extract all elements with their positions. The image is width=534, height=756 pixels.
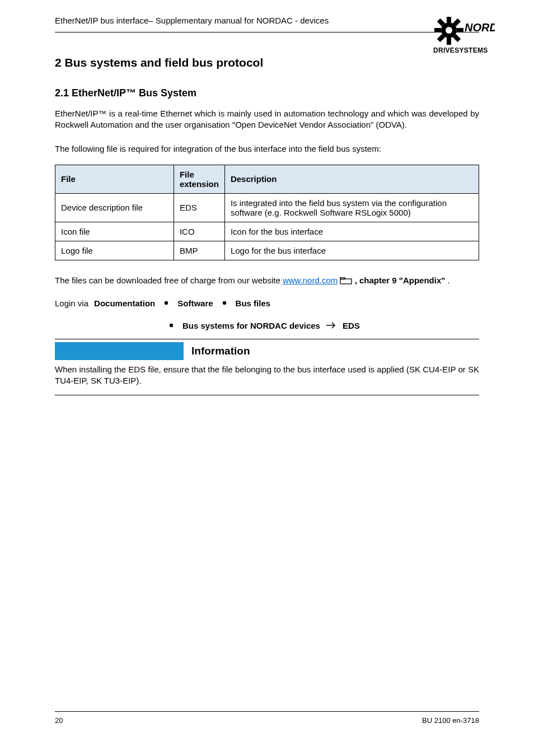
folder-icon [340,277,352,284]
svg-point-14 [170,324,173,327]
cell-file: Icon file [55,222,174,241]
svg-point-9 [446,27,452,34]
header-divider [55,32,479,32]
information-box: Information When installing the EDS file… [55,339,479,395]
doc-code: BU 2100 en-3718 [422,716,479,725]
svg-rect-10 [340,279,352,284]
login-procedure-line: Login via Documentation Software Bus fil… [55,297,479,331]
col-header-ext: File extension [174,165,224,193]
svg-point-12 [165,301,168,305]
svg-rect-11 [340,277,345,279]
section-subheading-prefix: 2.1 [55,87,72,99]
page-header-title-part2: – Supplementary manual for NORDAC - devi… [148,16,329,25]
appendix-ref-text: , chapter 9 "Appendix" [355,276,446,285]
paragraph-3-c: . [448,276,450,285]
website-link[interactable]: www.nord.com [283,276,338,285]
bullet-icon [219,297,230,309]
logo-bottom-text: DRIVESYSTEMS [433,46,488,54]
cell-file: Logo file [55,241,174,260]
table-row: Logo file BMP Logo for the bus interface [55,241,479,260]
cell-ext: BMP [174,241,224,260]
page-footer: 20 BU 2100 en-3718 [55,711,479,725]
info-color-tab [55,342,184,360]
login-step-3[interactable]: Bus files [236,298,271,308]
bullet-icon [161,297,172,309]
svg-rect-3 [434,28,441,32]
bullet-icon [166,320,177,331]
table-row: Icon file ICO Icon for the bus interface [55,222,479,241]
login-step-2[interactable]: Software [177,298,213,308]
col-header-desc: Description [224,165,479,193]
svg-rect-4 [457,28,463,32]
col-header-file: File [55,165,174,193]
cell-ext: EDS [174,193,224,222]
cell-desc: Icon for the bus interface [224,222,479,241]
section-heading: 2 Bus systems and field bus protocol [55,56,479,69]
login-step-1[interactable]: Documentation [94,298,155,308]
login-step-4[interactable]: Bus systems for NORDAC devices [182,321,320,330]
cell-desc: Is integrated into the field bus system … [224,193,479,222]
page-header-title-part1: EtherNet/IP bus interface [55,16,148,25]
arrow-right-icon [326,321,337,329]
paragraph-1: EtherNet/IP™ is a real-time Ethernet whi… [55,108,479,131]
page-number: 20 [55,716,63,725]
appendix-reference[interactable]: , chapter 9 "Appendix" [340,276,447,285]
cell-ext: ICO [174,222,224,241]
brand-logo: NORD DRIVESYSTEMS [432,17,495,59]
file-table: File File extension Description Device d… [55,165,479,260]
svg-rect-1 [447,17,451,22]
paragraph-3-a: The files can be downloaded free of char… [55,276,283,285]
login-prefix: Login via [55,298,88,308]
table-header-row: File File extension Description [55,165,479,193]
logo-top-text: NORD [465,21,495,34]
svg-point-13 [222,301,226,305]
info-body: When installing the EDS file, ensure tha… [55,363,479,395]
paragraph-2: The following file is required for integ… [55,143,479,155]
cell-file: Device description file [55,193,174,222]
svg-rect-2 [447,38,451,45]
cell-desc: Logo for the bus interface [224,241,479,260]
login-eds[interactable]: EDS [343,321,360,330]
info-label: Information [191,345,250,357]
section-subheading-text: EtherNet/IP™ Bus System [72,87,196,99]
table-row: Device description file EDS Is integrate… [55,193,479,222]
footer-divider [55,711,479,712]
